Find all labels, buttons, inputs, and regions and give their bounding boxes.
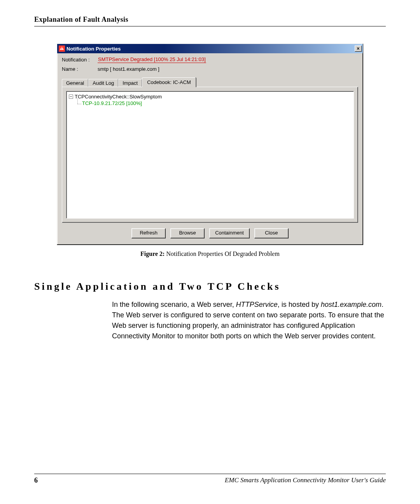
tabs: General Audit Log Impact Codebook: IC-AC… (62, 77, 358, 87)
figure-label: Figure 2: (140, 250, 164, 257)
tree-child-node[interactable]: TCP-10.9.21.72/25 [100%] (75, 100, 351, 106)
notification-value: SMTPService Degraded [100% 25 Jul 14:21:… (98, 56, 206, 63)
http-service-name: HTTPService (236, 301, 278, 308)
containment-button[interactable]: Containment (209, 228, 250, 238)
dialog-title: Notification Properties (66, 46, 354, 52)
para-mid1: , is hosted by (278, 301, 321, 308)
tree-area[interactable]: − TCPConnectivityCheck::SlowSymptom TCP-… (66, 91, 354, 219)
name-row: Name : smtp [ host1.example.com ] (62, 66, 358, 72)
host-name: host1.example.com (321, 301, 382, 308)
tab-audit-log[interactable]: Audit Log (88, 79, 118, 87)
tree-root-label: TCPConnectivityCheck::SlowSymptom (75, 94, 162, 100)
name-value: smtp [ host1.example.com ] (98, 66, 159, 72)
page-header: Explanation of Fault Analysis (34, 16, 386, 26)
tab-general[interactable]: General (62, 79, 88, 87)
refresh-button[interactable]: Refresh (131, 228, 166, 238)
section-heading: Single Application and Two TCP Checks (34, 281, 386, 292)
section-paragraph: In the following scenario, a Web server,… (112, 299, 384, 341)
guide-title: EMC Smarts Application Connectivity Moni… (225, 476, 386, 485)
notification-properties-dialog: Notification Properties × Notification :… (57, 44, 363, 245)
para-pre: In the following scenario, a Web server, (112, 301, 236, 308)
tab-panel-codebook: − TCPConnectivityCheck::SlowSymptom TCP-… (62, 87, 358, 223)
svg-rect-1 (61, 47, 62, 49)
tree-collapse-icon[interactable]: − (69, 94, 73, 99)
dialog-titlebar[interactable]: Notification Properties × (57, 44, 363, 53)
figure-text: Notification Properties Of Degraded Prob… (166, 250, 279, 257)
close-icon[interactable]: × (355, 46, 362, 52)
tab-codebook[interactable]: Codebook: IC-ACM (142, 77, 196, 87)
notification-row: Notification : SMTPService Degraded [100… (62, 56, 358, 63)
dialog-body: Notification : SMTPService Degraded [100… (57, 53, 363, 245)
page-footer: 6 EMC Smarts Application Connectivity Mo… (34, 474, 386, 485)
app-icon (59, 46, 65, 52)
close-button[interactable]: Close (254, 228, 289, 238)
button-row: Refresh Browse Containment Close (62, 223, 358, 244)
page-number: 6 (34, 476, 38, 485)
notification-label: Notification : (62, 57, 98, 63)
tab-impact[interactable]: Impact (118, 79, 142, 87)
name-label: Name : (62, 66, 98, 72)
figure-caption: Figure 2: Notification Properties Of Deg… (34, 250, 386, 257)
svg-rect-2 (61, 49, 62, 49)
tree-root-node[interactable]: − TCPConnectivityCheck::SlowSymptom (69, 94, 351, 100)
browse-button[interactable]: Browse (170, 228, 205, 238)
